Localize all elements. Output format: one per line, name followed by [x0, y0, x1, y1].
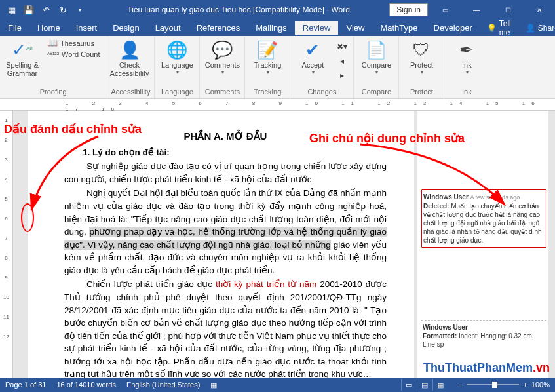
previous-change-button[interactable]: ◂: [335, 54, 349, 68]
undo-button[interactable]: ↶: [38, 2, 54, 18]
tab-layout[interactable]: Layout: [147, 21, 189, 35]
ink-icon: ✒: [459, 39, 474, 61]
language-button[interactable]: 🌐 Language: [159, 37, 195, 77]
group-label-ink: Ink: [448, 88, 485, 97]
ruler-horizontal[interactable]: 1 2 3 4 5 6 7 8 9 10 11 12 13 14 15 16 1…: [0, 99, 555, 111]
tab-view[interactable]: View: [338, 21, 372, 35]
group-label-accessibility: Accessibility: [111, 88, 151, 97]
close-button[interactable]: ✕: [525, 0, 554, 20]
share-button[interactable]: 👤Share: [518, 24, 555, 33]
zoom-slider[interactable]: [467, 384, 519, 385]
thesaurus-icon: 📖: [47, 38, 58, 48]
accessibility-icon: 👤: [119, 39, 140, 61]
view-read-mode[interactable]: ▭: [401, 379, 417, 391]
document-area[interactable]: PHẦN A. MỞ ĐẦU 1. Lý do chọn đề tài: Sự …: [13, 111, 555, 379]
group-comments: 💬 Comments Comments: [200, 36, 245, 98]
maximize-button[interactable]: ☐: [493, 0, 522, 20]
wordcount-icon: ᴬᴮ¹²³: [47, 51, 59, 58]
page[interactable]: PHẦN A. MỞ ĐẦU 1. Lý do chọn đề tài: Sự …: [28, 111, 414, 379]
group-label-comments: Comments: [204, 88, 240, 97]
sign-in-button[interactable]: Sign in: [389, 3, 428, 16]
tab-mailings[interactable]: Mailings: [248, 21, 295, 35]
word-logo-icon: ▦: [4, 2, 20, 18]
status-macro-icon[interactable]: ▦: [210, 381, 217, 389]
accept-icon: ✔: [305, 39, 320, 61]
group-proofing: ✓ᴬᴮ Spelling & Grammar 📖Thesaurus ᴬᴮ¹²³W…: [0, 36, 107, 98]
heading-part-a: PHẦN A. MỞ ĐẦU: [64, 129, 387, 144]
statusbar: Page 1 of 31 16 of 14010 words English (…: [0, 378, 555, 392]
status-language[interactable]: English (United States): [126, 381, 201, 389]
revision-author: Windows User: [423, 193, 469, 201]
ribbon-tabs: File Home Insert Design Layout Reference…: [0, 20, 555, 36]
zoom-out-button[interactable]: −: [459, 381, 463, 389]
tab-mathtype[interactable]: MathType: [372, 21, 425, 35]
check-accessibility-button[interactable]: 👤 Check Accessibility: [111, 37, 148, 79]
zoom-in-button[interactable]: +: [523, 381, 527, 389]
thesaurus-button[interactable]: 📖Thesaurus: [45, 37, 103, 49]
tell-me-search[interactable]: 💡Tell me: [480, 19, 518, 37]
revision-author: Windows User: [423, 324, 468, 331]
revision-time: A few seconds ago: [470, 194, 520, 201]
protect-button[interactable]: 🛡 Protect: [403, 37, 440, 77]
revision-deleted[interactable]: Windows User A few seconds ago Deleted: …: [421, 189, 546, 248]
redo-button[interactable]: ↻: [55, 2, 71, 18]
window-title: Tieu luan quan ly giao duc Tieu hoc [Com…: [88, 5, 389, 14]
view-web-layout[interactable]: ▦: [432, 379, 448, 391]
status-page[interactable]: Page 1 of 31: [5, 381, 46, 389]
accept-button[interactable]: ✔ Accept: [294, 37, 331, 77]
group-protect: 🛡 Protect Protect: [399, 36, 444, 98]
zoom-level[interactable]: 100%: [531, 381, 550, 389]
minimize-button[interactable]: —: [462, 0, 491, 20]
protect-icon: 🛡: [413, 39, 430, 61]
word-count-button[interactable]: ᴬᴮ¹²³Word Count: [45, 50, 103, 59]
group-label-protect: Protect: [403, 88, 440, 97]
para-2: Nghị quyết Đại hội đại biểu toàn quốc lầ…: [64, 187, 387, 277]
tab-review[interactable]: Review: [295, 21, 339, 35]
workspace: 123456789101112 PHẦN A. MỞ ĐẦU 1. Lý do …: [0, 111, 555, 379]
tab-design[interactable]: Design: [105, 21, 147, 35]
tab-insert[interactable]: Insert: [68, 21, 105, 35]
ribbon-options-button[interactable]: ▭: [431, 0, 459, 20]
group-label-language: Language: [159, 88, 195, 97]
inserted-text: thời kỳ phát triển từ năm: [216, 279, 316, 289]
group-changes: ✔ Accept ✖▾ ◂ ▸ Changes: [290, 36, 354, 98]
quick-access-toolbar: ▦ 💾 ↶ ↻ ▾: [0, 2, 88, 18]
tab-references[interactable]: References: [189, 21, 248, 35]
spelling-grammar-button[interactable]: ✓ᴬᴮ Spelling & Grammar: [4, 37, 41, 79]
share-icon: 👤: [526, 24, 535, 33]
tracking-button[interactable]: 📝 Tracking: [249, 37, 286, 77]
compare-button[interactable]: 📄 Compare: [358, 37, 394, 77]
revision-formatted[interactable]: Windows User Formatted: Indent: Hanging:…: [421, 320, 546, 351]
next-change-button[interactable]: ▸: [335, 69, 349, 82]
tab-home[interactable]: Home: [29, 21, 68, 35]
ruler-vertical[interactable]: 123456789101112: [0, 111, 13, 379]
comments-icon: 💬: [212, 39, 233, 61]
tab-developer[interactable]: Developer: [426, 21, 480, 35]
revisions-pane: Windows User A few seconds ago Deleted: …: [417, 111, 548, 379]
heading-1: 1. Lý do chọn đề tài:: [64, 146, 387, 159]
revision-label: Formatted:: [423, 332, 457, 340]
zoom-control: − + 100%: [459, 381, 550, 389]
ribbon: ✓ᴬᴮ Spelling & Grammar 📖Thesaurus ᴬᴮ¹²³W…: [0, 36, 555, 99]
group-label-changes: Changes: [294, 88, 349, 97]
comments-button[interactable]: 💬 Comments: [204, 37, 240, 77]
para-1: Sự nghiệp giáo dục đào tạo có vị trí qua…: [64, 160, 387, 186]
tab-file[interactable]: File: [0, 21, 29, 35]
compare-icon: 📄: [366, 39, 387, 61]
status-words[interactable]: 16 of 14010 words: [56, 381, 116, 389]
spelling-icon: ✓ᴬᴮ: [12, 39, 33, 61]
group-compare: 📄 Compare Compare: [354, 36, 399, 98]
group-label-tracking: Tracking: [249, 88, 286, 97]
reject-button[interactable]: ✖▾: [335, 40, 349, 53]
qat-customize[interactable]: ▾: [72, 2, 88, 18]
group-label-compare: Compare: [358, 88, 394, 97]
view-print-layout[interactable]: ▤: [417, 379, 432, 391]
para-3: Chiến lược phát triển giáo dục thời kỳ p…: [64, 278, 387, 379]
save-button[interactable]: 💾: [21, 2, 37, 18]
watermark: ThuThuatPhanMem.vn: [423, 361, 550, 375]
language-icon: 🌐: [166, 39, 187, 61]
tracking-icon: 📝: [257, 39, 278, 61]
ink-button[interactable]: ✒ Ink: [448, 37, 485, 77]
group-ink: ✒ Ink Ink: [444, 36, 489, 98]
bulb-icon: 💡: [487, 24, 497, 33]
